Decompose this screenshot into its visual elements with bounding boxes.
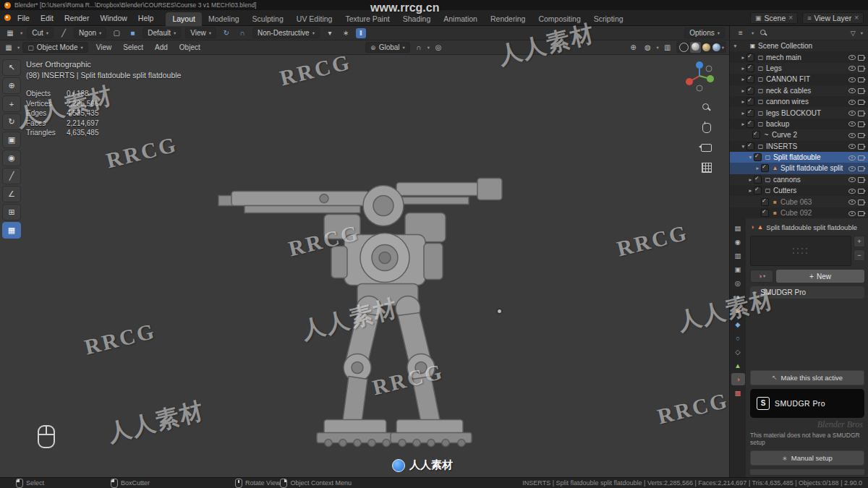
- boxcutter-tool[interactable]: ▦: [2, 222, 21, 239]
- collection-checkbox[interactable]: [754, 153, 762, 161]
- disable-render-icon[interactable]: [858, 121, 866, 127]
- outliner-item[interactable]: ▸ mech main: [730, 51, 868, 62]
- disable-render-icon[interactable]: [858, 143, 866, 149]
- hide-viewport-icon[interactable]: [848, 87, 856, 93]
- camera-view-icon[interactable]: [701, 144, 712, 152]
- snap-magnet-icon[interactable]: ∩: [237, 27, 248, 38]
- manual-setup-button[interactable]: ∗ Manual setup: [750, 450, 864, 466]
- show-gizmo-icon[interactable]: ⊕: [627, 42, 639, 53]
- draw-shape-icon[interactable]: ╱: [58, 27, 69, 38]
- expand-arrow-icon[interactable]: ▸: [740, 65, 746, 72]
- collection-checkbox[interactable]: [761, 198, 769, 206]
- add-slot-button[interactable]: +: [854, 236, 865, 247]
- collection-checkbox[interactable]: [746, 64, 754, 72]
- pan-hand-icon[interactable]: [702, 123, 711, 133]
- workspace-tab[interactable]: Scripting: [587, 12, 630, 26]
- disable-render-icon[interactable]: [858, 155, 866, 160]
- snap-cycle-icon[interactable]: ↻: [221, 27, 232, 38]
- workspace-tab[interactable]: Texture Paint: [339, 12, 396, 26]
- menubar-item[interactable]: Edit: [35, 12, 59, 24]
- outliner-editor-icon[interactable]: ≡: [735, 27, 746, 38]
- blender-menu-icon[interactable]: [4, 14, 11, 21]
- world-tab[interactable]: ●: [731, 291, 745, 303]
- texture-tab[interactable]: ▩: [731, 387, 745, 399]
- disable-render-icon[interactable]: [858, 132, 866, 138]
- rendered-shading-icon[interactable]: [712, 43, 720, 51]
- cursor-tool[interactable]: ⊕: [2, 77, 21, 94]
- hide-viewport-icon[interactable]: [848, 199, 856, 205]
- show-overlays-icon[interactable]: ◍: [642, 42, 653, 53]
- expand-arrow-icon[interactable]: ▸: [740, 54, 746, 61]
- disable-render-icon[interactable]: [858, 87, 866, 93]
- gear-icon[interactable]: ∗: [340, 27, 352, 38]
- outliner-item[interactable]: ▸ Cutters: [730, 185, 868, 196]
- disable-render-icon[interactable]: [858, 110, 866, 116]
- destructive-mode-dropdown[interactable]: Non-Destructive▾: [252, 27, 320, 38]
- viewport-menu-item[interactable]: View: [91, 42, 117, 53]
- proportional-editing-icon[interactable]: ◎: [433, 42, 444, 53]
- viewport-menu-item[interactable]: Add: [150, 42, 173, 53]
- workspace-tab[interactable]: Animation: [437, 12, 484, 26]
- hide-viewport-icon[interactable]: [848, 65, 856, 71]
- object-tab[interactable]: ■: [731, 304, 745, 317]
- material-tab[interactable]: ◑: [731, 373, 745, 385]
- outliner-item[interactable]: ▸ neck & cables: [730, 85, 868, 96]
- expand-arrow-icon[interactable]: ▸: [754, 165, 761, 171]
- measure-tool[interactable]: ∠: [2, 186, 21, 202]
- material-slot-list[interactable]: [750, 236, 851, 266]
- collection-checkbox[interactable]: [761, 209, 769, 217]
- material-preview-icon[interactable]: [702, 43, 710, 51]
- light-object-dot[interactable]: [498, 309, 501, 313]
- scene-tab[interactable]: ◎: [731, 277, 745, 289]
- expand-arrow-icon[interactable]: ▸: [740, 98, 746, 105]
- scene-selector[interactable]: ▣ Scene ×: [750, 12, 798, 24]
- collection-checkbox[interactable]: [746, 109, 754, 117]
- collection-checkbox[interactable]: [746, 98, 754, 106]
- filter-icon[interactable]: ▽: [851, 30, 856, 37]
- make-slot-active-button[interactable]: ↖ Make this slot active: [750, 370, 864, 385]
- hide-viewport-icon[interactable]: [848, 121, 856, 127]
- wireframe-shading-icon[interactable]: [679, 43, 689, 52]
- mode-dropdown[interactable]: ▢Object Mode▾: [22, 42, 88, 53]
- viewport-3d[interactable]: ↖ ⊕ + ↻ ▣ ◉ ╱ ∠ ⊞ ▦ User Orthographic (9: [0, 55, 729, 477]
- expand-arrow-icon[interactable]: ▾: [747, 154, 754, 160]
- mech-3d-model[interactable]: [216, 169, 527, 462]
- search-icon[interactable]: [760, 29, 767, 36]
- disable-render-icon[interactable]: [858, 188, 866, 194]
- outliner-item[interactable]: ▾ INSERTS: [730, 141, 868, 152]
- collection-checkbox[interactable]: [754, 187, 762, 194]
- outliner-item[interactable]: ▸ Legs: [730, 63, 868, 74]
- collection-checkbox[interactable]: [746, 142, 754, 150]
- expand-arrow-icon[interactable]: ▸: [747, 176, 754, 183]
- object-data-tab[interactable]: ▲: [731, 359, 745, 372]
- expand-arrow-icon[interactable]: ▸: [740, 121, 746, 127]
- editor-type-icon[interactable]: ▦: [3, 42, 14, 53]
- hide-viewport-icon[interactable]: [848, 77, 856, 82]
- disable-render-icon[interactable]: [858, 199, 866, 205]
- browse-material-dropdown[interactable]: ◑▾: [750, 270, 773, 283]
- outliner-item[interactable]: ▸ CANNON FIT: [730, 74, 868, 85]
- remove-slot-button[interactable]: −: [854, 249, 865, 261]
- menubar-item[interactable]: Help: [133, 12, 159, 24]
- options-dropdown[interactable]: Options▾: [684, 27, 725, 38]
- expand-arrow-icon[interactable]: ▸: [740, 87, 746, 94]
- render-tab[interactable]: ◉: [731, 236, 745, 248]
- constraints-tab[interactable]: ◇: [731, 346, 745, 358]
- remove-view-layer-icon[interactable]: ×: [854, 14, 859, 22]
- outliner-item[interactable]: ▸ cannons: [730, 174, 868, 185]
- select-tweak-tool[interactable]: ↖: [2, 59, 21, 76]
- disable-render-icon[interactable]: [858, 166, 866, 171]
- viewport-menu-item[interactable]: Select: [118, 42, 148, 53]
- view-align-dropdown[interactable]: View▾: [185, 27, 216, 38]
- workspace-tab[interactable]: Modeling: [202, 12, 246, 26]
- workspace-tab[interactable]: Compositing: [532, 12, 587, 26]
- menubar-item[interactable]: Render: [59, 12, 94, 24]
- expand-arrow-icon[interactable]: ▾: [740, 143, 746, 150]
- hide-viewport-icon[interactable]: [848, 99, 856, 105]
- menubar-item[interactable]: Window: [95, 12, 132, 24]
- move-tool[interactable]: +: [2, 95, 21, 112]
- collection-checkbox[interactable]: [761, 164, 769, 172]
- collection-checkbox[interactable]: [746, 75, 754, 83]
- disable-render-icon[interactable]: [858, 176, 866, 182]
- xray-toggle-icon[interactable]: ▥: [662, 42, 673, 53]
